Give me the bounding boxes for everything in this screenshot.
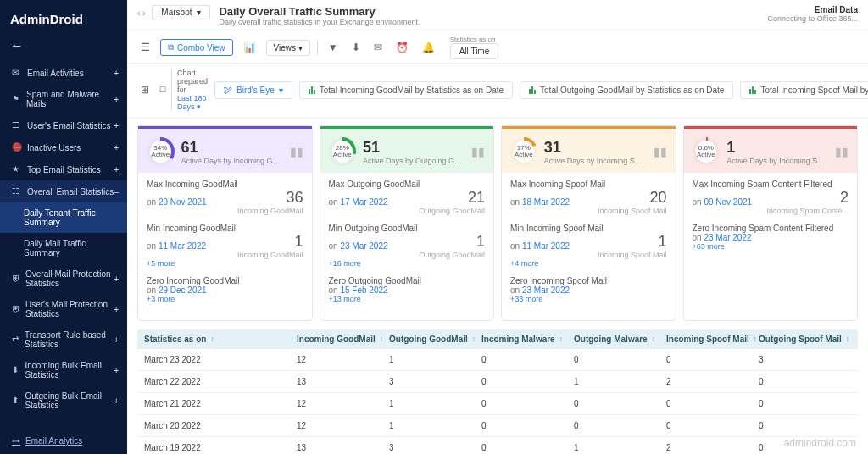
download-button[interactable]: ⬇ bbox=[348, 40, 364, 55]
more-link[interactable]: +13 more bbox=[329, 295, 486, 303]
tab-incoming-spoof[interactable]: Total Incoming Spoof Mail by Statistics … bbox=[740, 81, 868, 99]
sidebar-item-outgoing-bulk[interactable]: ⬆Outgoing Bulk Email Statistics+ bbox=[0, 385, 127, 416]
checkbox-icon[interactable]: ☐ bbox=[159, 86, 166, 94]
card-stat: Max Outgoing GoodMailon 17 Mar 202221Out… bbox=[329, 180, 486, 215]
chart-icon[interactable]: ▮▮ bbox=[835, 145, 849, 158]
card-stat: Zero Incoming Spoof Mailon 23 Mar 2022+3… bbox=[510, 276, 667, 303]
list-view-button[interactable]: ☰ bbox=[137, 40, 153, 55]
sidebar-item-incoming-bulk[interactable]: ⬇Incoming Bulk Email Statistics+ bbox=[0, 355, 127, 385]
combo-view-button[interactable]: ⧉Combo View bbox=[160, 39, 233, 56]
more-link[interactable]: +16 more bbox=[329, 259, 486, 268]
sidebar-item-user-email-stats[interactable]: ☰User's Email Statistics+ bbox=[0, 114, 127, 136]
sidebar: AdminDroid ← ✉Email Activities+ ⚑Spam an… bbox=[0, 0, 127, 454]
alert-button[interactable]: 🔔 bbox=[419, 40, 438, 55]
page-subtitle: Daily overall traffic statistics in your… bbox=[219, 18, 759, 26]
plus-icon: + bbox=[114, 366, 119, 375]
combo-icon: ⧉ bbox=[168, 42, 174, 53]
card-3[interactable]: 17%Active31Active Days by Incoming Spoo.… bbox=[501, 125, 676, 321]
prev-icon[interactable]: ‹ bbox=[137, 8, 141, 18]
shield-user-icon: ⛨ bbox=[12, 304, 20, 314]
back-button[interactable]: ← bbox=[0, 38, 127, 62]
history-nav[interactable]: ‹› bbox=[137, 8, 145, 18]
table-row[interactable]: March 23 20221210003 bbox=[137, 349, 858, 371]
table-row[interactable]: March 21 20221210000 bbox=[137, 393, 858, 415]
column-header[interactable]: Incoming Spoof Mail bbox=[666, 335, 759, 344]
sidebar-item-transport-rule[interactable]: ⇄Transport Rule based Statistics+ bbox=[0, 324, 127, 355]
sidebar-subitem-daily-mail-traffic[interactable]: Daily Mail Traffic Summary bbox=[0, 233, 127, 263]
plus-icon: + bbox=[114, 396, 119, 406]
schedule-button[interactable]: ⏰ bbox=[392, 40, 412, 55]
card-4[interactable]: 0.6%Active1Active Days by Incoming Spa..… bbox=[683, 125, 859, 321]
inbox-icon: ⬇ bbox=[12, 365, 19, 375]
card-stat: Zero Outgoing GoodMailon 15 Feb 2022+13 … bbox=[329, 276, 486, 303]
email-analytics-link[interactable]: ⊶Email Analytics bbox=[0, 428, 127, 454]
progress-ring: 34%Active bbox=[147, 137, 175, 166]
more-link[interactable]: +5 more bbox=[147, 259, 303, 268]
mail-button[interactable]: ✉ bbox=[370, 40, 386, 55]
sidebar-subitem-daily-tenant-traffic[interactable]: Daily Tenant Traffic Summary bbox=[0, 202, 127, 233]
toolbar: ☰ ⧉Combo View 📊 Views ▾ ▼ ⬇ ✉ ⏰ 🔔 Statis… bbox=[127, 30, 868, 64]
watermark: admindroid.com bbox=[784, 437, 856, 449]
card-1[interactable]: 34%Active61Active Days by Incoming Goo..… bbox=[137, 125, 313, 321]
sidebar-item-user-mail-protection[interactable]: ⛨User's Mail Protection Statistics+ bbox=[0, 294, 127, 324]
filter-button[interactable]: ▼ bbox=[325, 40, 342, 55]
chart-icon[interactable]: ▮▮ bbox=[290, 145, 303, 158]
sidebar-item-overall-mail-protection[interactable]: ⛨Overall Mail Protection Statistics+ bbox=[0, 263, 127, 294]
plus-icon: + bbox=[114, 165, 119, 174]
card-stat: Max Incoming Spam Content Filteredon 09 … bbox=[693, 180, 849, 215]
nav: ✉Email Activities+ ⚑Spam and Malware Mai… bbox=[0, 62, 127, 428]
views-dropdown[interactable]: Views ▾ bbox=[266, 40, 310, 56]
table-row[interactable]: March 20 20221210000 bbox=[137, 415, 858, 437]
progress-ring: 17%Active bbox=[510, 137, 537, 166]
column-header[interactable]: Statistics as on bbox=[144, 335, 297, 344]
sidebar-item-email-activities[interactable]: ✉Email Activities+ bbox=[0, 62, 127, 84]
column-header[interactable]: Incoming Malware bbox=[481, 335, 574, 344]
minus-icon: – bbox=[114, 187, 119, 197]
flag-icon: ⚑ bbox=[12, 94, 21, 104]
bird-icon: 🕊 bbox=[224, 86, 232, 95]
chart-icon[interactable]: ▮▮ bbox=[471, 145, 485, 158]
card-stat: Zero Incoming GoodMailon 29 Dec 2021+3 m… bbox=[147, 276, 303, 303]
plus-icon: + bbox=[114, 121, 119, 130]
data-table: Statistics as onIncoming GoodMailOutgoin… bbox=[127, 324, 868, 454]
card-2[interactable]: 28%Active51Active Days by Outgoing Goo..… bbox=[320, 125, 495, 321]
user-x-icon: ⛔ bbox=[12, 142, 22, 152]
column-header[interactable]: Incoming GoodMail bbox=[297, 335, 389, 344]
card-stat: Max Incoming Spoof Mailon 18 Mar 202220I… bbox=[510, 180, 667, 215]
column-header[interactable]: Outgoing Spoof Mail bbox=[759, 335, 851, 344]
more-link[interactable]: +3 more bbox=[147, 295, 303, 303]
more-link[interactable]: +33 more bbox=[510, 295, 667, 303]
progress-ring: 28%Active bbox=[329, 137, 357, 166]
plus-icon: + bbox=[114, 143, 119, 152]
trophy-icon: ★ bbox=[12, 164, 22, 174]
tab-incoming-goodmail[interactable]: Total Incoming GoodMail by Statistics as… bbox=[299, 81, 513, 99]
topbar: ‹› Marsbot▾ Daily Overall Traffic Summar… bbox=[127, 0, 868, 30]
column-header[interactable]: Outgoing Malware bbox=[574, 335, 666, 344]
user-icon: ☰ bbox=[12, 120, 22, 130]
chart-prepared-for[interactable]: ☐ Chart prepared forLast 180 Days ▾ bbox=[159, 69, 208, 111]
chart-icon[interactable]: ▮▮ bbox=[654, 145, 667, 158]
sidebar-item-overall-email-stats[interactable]: ☷Overall Email Statistics– bbox=[0, 180, 127, 202]
card-stat: Zero Incoming Spam Content Filteredon 23… bbox=[693, 224, 849, 251]
more-link[interactable]: +4 more bbox=[510, 259, 667, 268]
sidebar-item-inactive-users[interactable]: ⛔Inactive Users+ bbox=[0, 136, 127, 158]
stats-as-on-dropdown[interactable]: All Time bbox=[450, 43, 499, 59]
next-icon[interactable]: › bbox=[142, 8, 146, 18]
bars-icon bbox=[309, 86, 315, 94]
tab-birds-eye[interactable]: 🕊Bird's Eye ▾ bbox=[214, 81, 292, 99]
more-link[interactable]: +63 more bbox=[693, 242, 849, 251]
table-row[interactable]: March 22 20221330120 bbox=[137, 371, 858, 393]
outbox-icon: ⬆ bbox=[12, 396, 19, 406]
sidebar-item-top-email-stats[interactable]: ★Top Email Statistics+ bbox=[0, 158, 127, 180]
tab-outgoing-goodmail[interactable]: Total Outgoing GoodMail by Statistics as… bbox=[520, 81, 733, 99]
column-header[interactable]: Outgoing GoodMail bbox=[389, 335, 481, 344]
chart-grid-icon[interactable]: ⊞ bbox=[137, 82, 153, 97]
sidebar-item-spam-malware[interactable]: ⚑Spam and Malware Mails+ bbox=[0, 84, 127, 114]
connection-status: Email Data Connecting to Office 365... bbox=[768, 5, 858, 23]
chart-view-button[interactable]: 📊 bbox=[240, 40, 259, 55]
main: ‹› Marsbot▾ Daily Overall Traffic Summar… bbox=[127, 0, 868, 454]
stats-icon: ☷ bbox=[12, 186, 22, 197]
tenant-dropdown[interactable]: Marsbot▾ bbox=[152, 5, 210, 19]
table-row[interactable]: March 19 20221330120 bbox=[137, 437, 858, 454]
card-stat: Min Incoming GoodMailon 11 Mar 20221Inco… bbox=[147, 224, 303, 268]
